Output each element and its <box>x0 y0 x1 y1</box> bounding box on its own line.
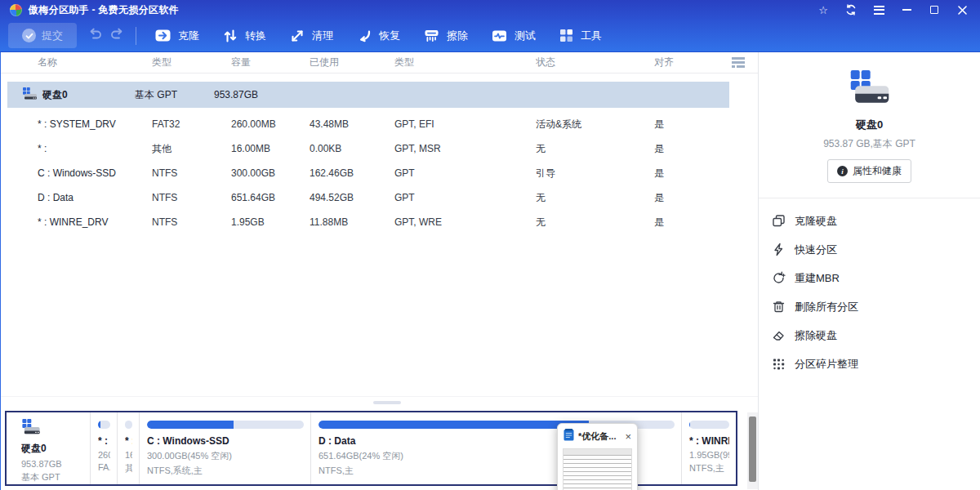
recover-icon <box>356 28 372 44</box>
close-icon[interactable]: × <box>625 433 631 441</box>
convert-icon <box>222 28 238 44</box>
minimize-button[interactable] <box>895 2 918 18</box>
usage-bar <box>147 421 304 429</box>
maximize-button[interactable] <box>923 2 946 18</box>
panel-splitter[interactable] <box>1 396 758 411</box>
eraser-icon <box>772 328 786 342</box>
close-button[interactable] <box>951 2 973 18</box>
sidebar-item-rebuild-mbr[interactable]: 重建MBR <box>772 264 980 292</box>
disk-icon <box>22 87 38 103</box>
sidebar-item-defragment[interactable]: 分区碎片整理 <box>772 350 980 378</box>
disk-icon <box>21 424 41 438</box>
disk-map-disk-header[interactable]: 硬盘0 953.87GB 基本 GPT <box>7 412 91 484</box>
menu-icon[interactable] <box>867 2 890 18</box>
sidebar-disk-name: 硬盘0 <box>759 118 980 132</box>
toolbar-clean-button[interactable]: 清理 <box>278 23 345 49</box>
toolbar-tools-button[interactable]: 工具 <box>547 23 613 49</box>
preview-title: *优化备... <box>578 430 621 443</box>
sidebar: 硬盘0 953.87 GB,基本 GPT i 属性和健康 克隆硬盘 快速分区 <box>758 52 980 490</box>
toolbar-separator <box>136 27 136 45</box>
splitter-handle-icon[interactable] <box>373 401 401 404</box>
header-fs-type[interactable]: 类型 <box>152 56 231 69</box>
undo-icon[interactable] <box>88 28 102 43</box>
defrag-icon <box>772 357 786 371</box>
window-title: 傲梅分区助手 - 免费无损分区软件 <box>29 3 812 17</box>
test-icon <box>491 28 508 44</box>
sidebar-item-quick-partition[interactable]: 快速分区 <box>772 235 980 264</box>
partition-block-system-drv[interactable]: * : ... 260... FA... <box>91 412 118 484</box>
app-window: 傲梅分区助手 - 免费无损分区软件 ☆ 提交 <box>0 0 980 490</box>
header-part-type[interactable]: 类型 <box>394 56 536 69</box>
toolbar-recover-button[interactable]: 恢复 <box>345 23 412 49</box>
disk-row-name: 硬盘0 <box>42 88 135 102</box>
table-row-partition[interactable]: D : Data NTFS 651.64GB 494.52GB GPT 无 是 <box>1 185 758 210</box>
table-row-partition[interactable]: * : 其他 16.00MB 0.00KB GPT, MSR 无 是 <box>1 136 758 161</box>
app-logo-icon <box>10 4 22 16</box>
sidebar-item-wipe-disk[interactable]: 擦除硬盘 <box>772 321 980 350</box>
table-row-partition[interactable]: * : SYSTEM_DRV FAT32 260.00MB 43.48MB GP… <box>1 112 758 136</box>
clean-icon <box>289 28 305 44</box>
notepad-preview-thumbnail[interactable] <box>563 448 632 490</box>
toolbar: 提交 克隆 转换 清理 <box>0 20 980 52</box>
partition-block-msr[interactable]: * : 16.... 其... <box>118 412 140 484</box>
properties-health-button[interactable]: i 属性和健康 <box>827 159 911 183</box>
usage-bar <box>98 421 110 429</box>
lightning-icon <box>772 243 786 256</box>
usage-bar <box>125 421 132 429</box>
clone-icon <box>154 27 172 44</box>
info-icon: i <box>837 166 848 176</box>
disk-icon <box>849 70 891 109</box>
submit-button[interactable]: 提交 <box>8 23 77 48</box>
table-row-disk0[interactable]: 硬盘0 基本 GPT 953.87GB <box>7 82 729 108</box>
list-view-icon[interactable] <box>732 57 745 68</box>
disk-row-capacity: 953.87GB <box>214 89 292 100</box>
partition-block-winre[interactable]: * : WINRE_... 1.95GB(99%... NTFS,主 <box>682 412 736 484</box>
clone-disk-icon <box>772 214 786 228</box>
erase-icon <box>423 28 440 44</box>
table-header: 名称 类型 容量 已使用 类型 状态 对齐 <box>1 52 758 74</box>
sidebar-item-clone-disk[interactable]: 克隆硬盘 <box>772 207 980 235</box>
header-status[interactable]: 状态 <box>536 56 654 69</box>
toolbar-test-button[interactable]: 测试 <box>479 23 547 49</box>
notepad-icon <box>564 429 574 444</box>
scrollbar-thumb[interactable] <box>749 416 756 482</box>
trash-icon <box>772 300 786 314</box>
toolbar-erase-button[interactable]: 擦除 <box>412 23 479 49</box>
header-capacity[interactable]: 容量 <box>231 56 310 69</box>
header-aligned[interactable]: 对齐 <box>654 56 703 69</box>
toolbar-clone-button[interactable]: 克隆 <box>143 23 211 49</box>
refresh-icon[interactable] <box>840 2 862 18</box>
tools-icon <box>559 28 574 43</box>
titlebar: 傲梅分区助手 - 免费无损分区软件 ☆ <box>0 0 980 20</box>
table-row-partition[interactable]: C : Windows-SSD NTFS 300.00GB 162.46GB G… <box>1 161 758 185</box>
table-row-partition[interactable]: * : WINRE_DRV NTFS 1.95GB 11.88MB GPT, W… <box>1 210 758 234</box>
usage-bar <box>689 421 729 429</box>
vertical-scrollbar[interactable] <box>747 412 758 489</box>
header-used[interactable]: 已使用 <box>310 56 394 69</box>
header-name[interactable]: 名称 <box>38 56 152 69</box>
taskbar-preview-popup[interactable]: *优化备... × <box>557 423 638 490</box>
partition-block-c[interactable]: C : Windows-SSD 300.00GB(45% 空闲) NTFS,系统… <box>140 412 311 484</box>
disk-row-type: 基本 GPT <box>135 88 214 102</box>
toolbar-convert-button[interactable]: 转换 <box>211 23 278 49</box>
disk-table-area: 名称 类型 容量 已使用 类型 状态 对齐 硬盘0 基本 GPT 953.87G… <box>0 52 758 490</box>
favorite-icon[interactable]: ☆ <box>812 2 835 18</box>
rebuild-mbr-icon <box>772 271 786 285</box>
sidebar-item-delete-all-partitions[interactable]: 删除所有分区 <box>772 292 980 321</box>
check-icon <box>22 29 36 42</box>
sidebar-disk-info: 953.87 GB,基本 GPT <box>759 137 980 151</box>
redo-icon[interactable] <box>110 28 124 43</box>
